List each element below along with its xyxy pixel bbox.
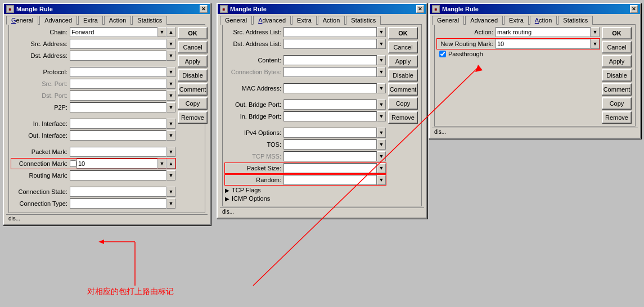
routing-mark-dropdown-btn[interactable]: ▼: [166, 170, 175, 180]
window3-apply-button[interactable]: Apply: [602, 55, 632, 67]
dst-address-list-select[interactable]: ▼: [283, 39, 386, 49]
icmp-options-arrow[interactable]: ▶: [225, 196, 229, 202]
window1-tab-statistics[interactable]: Statistics: [132, 16, 167, 25]
window3-tab-extra[interactable]: Extra: [504, 16, 529, 25]
chain-up-btn[interactable]: ▲: [166, 27, 175, 37]
passthrough-checkbox[interactable]: [439, 51, 446, 57]
window1-ok-button[interactable]: OK: [178, 27, 208, 39]
window3-tab-statistics[interactable]: Statistics: [558, 16, 593, 25]
packet-size-dropdown-btn[interactable]: ▼: [377, 163, 386, 173]
src-address-list-dropdown-btn[interactable]: ▼: [377, 27, 386, 37]
window3-comment-button[interactable]: Comment: [602, 83, 632, 96]
p2p-dropdown-btn[interactable]: ▼: [166, 102, 175, 112]
connection-type-select[interactable]: ▼: [70, 198, 175, 209]
content-input[interactable]: [283, 55, 377, 65]
connection-mark-checkbox[interactable]: [70, 160, 76, 167]
protocol-input[interactable]: [70, 67, 166, 77]
dst-address-input[interactable]: [70, 51, 166, 61]
window2-cancel-button[interactable]: Cancel: [388, 41, 418, 53]
window2-comment-button[interactable]: Comment: [388, 83, 418, 96]
src-address-select[interactable]: ▼: [70, 39, 175, 49]
window3-cancel-button[interactable]: Cancel: [602, 41, 632, 53]
content-select[interactable]: ▼: [283, 55, 386, 65]
packet-size-select[interactable]: ▼: [283, 163, 386, 173]
window3-close-button[interactable]: ✕: [630, 5, 638, 13]
chain-dropdown-btn[interactable]: ▼: [157, 27, 166, 37]
out-bridge-port-input[interactable]: [283, 100, 377, 110]
protocol-dropdown-btn[interactable]: ▼: [166, 67, 175, 77]
window3-remove-button[interactable]: Remove: [602, 111, 632, 124]
tos-input[interactable]: [283, 139, 377, 150]
protocol-select[interactable]: ▼: [70, 67, 175, 77]
mac-address-select[interactable]: ▼: [283, 83, 386, 93]
connection-mark-input[interactable]: [76, 159, 157, 169]
connection-mark-up-btn[interactable]: ▲: [166, 159, 175, 169]
ipv4-options-input[interactable]: [283, 128, 377, 138]
tos-select[interactable]: ▼: [283, 139, 386, 150]
window2-apply-button[interactable]: Apply: [388, 55, 418, 67]
dst-address-list-input[interactable]: [283, 39, 377, 49]
window1-cancel-button[interactable]: Cancel: [178, 41, 208, 53]
window2-tab-statistics[interactable]: Statistics: [346, 16, 381, 25]
window1-close-button[interactable]: ✕: [200, 5, 208, 13]
window2-tab-advanced[interactable]: Advanced: [253, 16, 291, 25]
dst-address-list-dropdown-btn[interactable]: ▼: [377, 39, 386, 49]
content-dropdown-btn[interactable]: ▼: [377, 55, 386, 65]
in-bridge-port-select[interactable]: ▼: [283, 111, 386, 121]
out-interface-select[interactable]: ▼: [70, 130, 175, 141]
routing-mark-select[interactable]: ▼: [70, 170, 175, 180]
window1-tab-general[interactable]: General: [6, 16, 38, 25]
window2-remove-button[interactable]: Remove: [388, 111, 418, 124]
packet-size-input[interactable]: [283, 163, 377, 173]
tos-dropdown-btn[interactable]: ▼: [377, 139, 386, 150]
chain-select[interactable]: ▼ ▲: [70, 27, 175, 37]
ipv4-options-select[interactable]: ▼: [283, 128, 386, 138]
out-bridge-port-dropdown-btn[interactable]: ▼: [377, 100, 386, 110]
random-dropdown-btn[interactable]: ▼: [377, 175, 386, 185]
window2-tab-general[interactable]: General: [220, 16, 252, 25]
mac-address-dropdown-btn[interactable]: ▼: [377, 83, 386, 93]
window3-ok-button[interactable]: OK: [602, 27, 632, 39]
window1-disable-button[interactable]: Disable: [178, 69, 208, 82]
in-bridge-port-dropdown-btn[interactable]: ▼: [377, 111, 386, 121]
window1-tab-advanced[interactable]: Advanced: [39, 16, 77, 25]
in-interface-input[interactable]: [70, 119, 166, 129]
chain-input[interactable]: [70, 27, 157, 37]
window2-disable-button[interactable]: Disable: [388, 69, 418, 82]
window1-comment-button[interactable]: Comment: [178, 83, 208, 96]
connection-mark-select[interactable]: ▼ ▲: [70, 159, 175, 169]
out-bridge-port-select[interactable]: ▼: [283, 100, 386, 110]
src-address-list-select[interactable]: ▼: [283, 27, 386, 37]
in-bridge-port-input[interactable]: [283, 111, 377, 121]
src-address-list-input[interactable]: [283, 27, 377, 37]
window3-tab-advanced[interactable]: Advanced: [465, 16, 503, 25]
connection-state-input[interactable]: [70, 187, 166, 197]
connection-type-dropdown-btn[interactable]: ▼: [166, 198, 175, 209]
connection-state-select[interactable]: ▼: [70, 187, 175, 197]
new-routing-mark-select[interactable]: ▼: [496, 39, 600, 49]
p2p-input[interactable]: [70, 102, 166, 112]
out-interface-dropdown-btn[interactable]: ▼: [166, 130, 175, 141]
window1-apply-button[interactable]: Apply: [178, 55, 208, 67]
window1-remove-button[interactable]: Remove: [178, 111, 208, 124]
in-interface-select[interactable]: ▼: [70, 119, 175, 129]
action-input[interactable]: [496, 27, 591, 37]
out-interface-input[interactable]: [70, 130, 166, 141]
random-input[interactable]: [283, 175, 377, 185]
window2-close-button[interactable]: ✕: [416, 5, 424, 13]
routing-mark-input[interactable]: [70, 170, 166, 180]
window3-disable-button[interactable]: Disable: [602, 69, 632, 82]
window2-ok-button[interactable]: OK: [388, 27, 418, 39]
packet-mark-select[interactable]: ▼: [70, 147, 175, 157]
window1-tab-action[interactable]: Action: [104, 16, 132, 25]
connection-state-dropdown-btn[interactable]: ▼: [166, 187, 175, 197]
packet-mark-dropdown-btn[interactable]: ▼: [166, 147, 175, 157]
src-address-input[interactable]: [70, 39, 166, 49]
tcp-flags-arrow[interactable]: ▶: [225, 187, 229, 193]
dst-address-select[interactable]: ▼: [70, 51, 175, 61]
connection-mark-dropdown-btn[interactable]: ▼: [157, 159, 166, 169]
action-select[interactable]: ▼: [496, 27, 600, 37]
random-select[interactable]: ▼: [283, 175, 386, 185]
dst-address-dropdown-btn[interactable]: ▼: [166, 51, 175, 61]
in-interface-dropdown-btn[interactable]: ▼: [166, 119, 175, 129]
